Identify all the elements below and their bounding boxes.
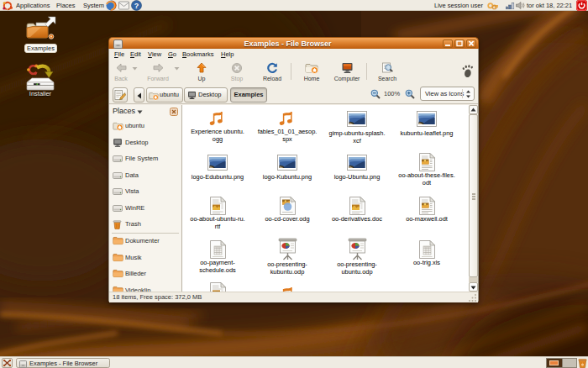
- svg-text:?: ?: [134, 2, 139, 10]
